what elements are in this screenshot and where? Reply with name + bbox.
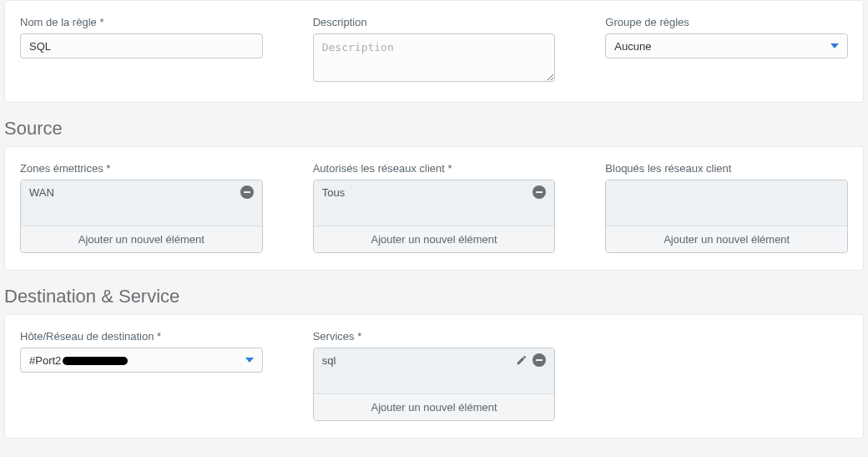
add-allowed-client-button[interactable]: Ajouter un nouvel élément (314, 226, 555, 252)
source-card: Zones émettrices * WAN Ajouter un nouvel… (4, 146, 864, 271)
redacted-text (63, 357, 128, 365)
allowed-clients-list: Tous Ajouter un nouvel élément (313, 180, 556, 253)
source-section-title: Source (4, 118, 864, 140)
description-textarea[interactable] (313, 33, 556, 82)
chevron-down-icon (245, 358, 254, 363)
destination-host-select[interactable]: #Port2 (20, 348, 263, 373)
destination-section-title: Destination & Service (4, 286, 864, 307)
remove-icon[interactable] (240, 185, 254, 199)
description-label: Description (313, 16, 556, 28)
add-emitting-zone-button[interactable]: Ajouter un nouvel élément (21, 226, 262, 252)
destination-card: Hôte/Réseau de destination * #Port2 Serv… (4, 314, 864, 439)
allowed-clients-label: Autorisés les réseaux client * (313, 162, 556, 175)
remove-icon[interactable] (532, 353, 546, 367)
list-item-label: Tous (322, 186, 345, 199)
list-item[interactable]: sql (314, 348, 555, 382)
add-service-button[interactable]: Ajouter un nouvel élément (314, 394, 555, 420)
emitting-zones-list: WAN Ajouter un nouvel élément (20, 180, 263, 253)
blocked-clients-list: Ajouter un nouvel élément (605, 180, 848, 253)
list-item-label: WAN (29, 186, 54, 199)
blocked-clients-label: Bloqués les réseaux client (605, 162, 848, 175)
pencil-icon[interactable] (516, 354, 527, 366)
destination-host-label: Hôte/Réseau de destination * (20, 330, 263, 343)
top-card: Nom de la règle * Description Groupe de … (4, 0, 864, 103)
rule-group-value: Aucune (614, 40, 651, 53)
chevron-down-icon (830, 43, 839, 48)
list-item[interactable]: WAN (21, 180, 262, 204)
services-list: sql Ajouter un nouvel élément (313, 348, 556, 421)
list-item-label: sql (322, 354, 336, 367)
rule-name-label: Nom de la règle * (20, 16, 263, 28)
services-label: Services * (313, 330, 556, 343)
add-blocked-client-button[interactable]: Ajouter un nouvel élément (606, 226, 847, 252)
rule-group-select[interactable]: Aucune (605, 33, 848, 58)
emitting-zones-label: Zones émettrices * (20, 162, 263, 175)
list-item[interactable]: Tous (314, 180, 555, 204)
rule-group-label: Groupe de règles (605, 16, 848, 28)
remove-icon[interactable] (532, 185, 546, 199)
rule-name-input[interactable] (20, 33, 263, 58)
destination-host-value: #Port2 (29, 354, 128, 367)
